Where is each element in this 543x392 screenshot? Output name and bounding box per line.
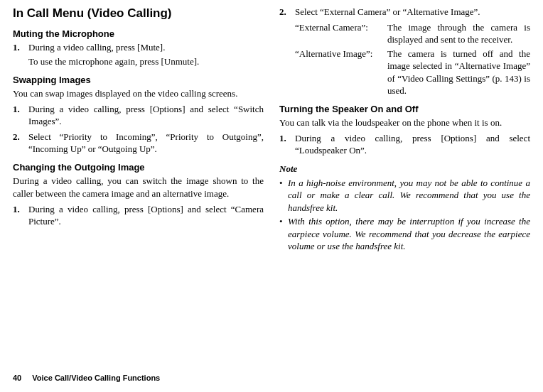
left-column: In Call Menu (Video Calling) Muting the …	[13, 6, 264, 254]
step-text: During a video calling, press [Options] …	[28, 104, 264, 127]
definition-desc: The camera is turned off and the image s…	[387, 48, 530, 97]
muting-steps: 1. During a video calling, press [Mute].…	[13, 41, 264, 67]
outgoing-steps: 1. During a video calling, press [Option…	[13, 203, 264, 228]
note-item: With this option, there may be interrupt…	[279, 215, 530, 253]
step-text: Select “External Camera” or “Alternative…	[295, 6, 480, 17]
swapping-step-1: 1. During a video calling, press [Option…	[13, 103, 264, 128]
muting-step-1: 1. During a video calling, press [Mute].…	[13, 41, 264, 67]
select-step-2: 2. Select “External Camera” or “Alternat…	[279, 6, 530, 18]
step-subtext: To use the microphone again, press [Unmu…	[28, 55, 264, 68]
speaker-step-1: 1. During a video calling, press [Option…	[279, 132, 530, 157]
page-title: In Call Menu (Video Calling)	[13, 6, 264, 22]
step-marker: 1.	[13, 203, 20, 216]
page-content: In Call Menu (Video Calling) Muting the …	[0, 0, 543, 261]
definition-term: “Alternative Image”:	[295, 48, 387, 60]
step-text: Select “Priority to Incoming”, “Priority…	[28, 131, 264, 155]
swapping-heading: Swapping Images	[13, 74, 264, 87]
step-text: During a video calling, press [Options] …	[28, 204, 264, 227]
note-item: In a high-noise environment, you may not…	[279, 177, 530, 214]
swapping-intro: You can swap images displayed on the vid…	[13, 87, 264, 100]
definition-row: “Alternative Image”: The camera is turne…	[295, 48, 530, 97]
step-text: During a video calling, press [Options] …	[295, 133, 530, 156]
right-column: 2. Select “External Camera” or “Alternat…	[279, 6, 530, 254]
outgoing-intro: During a video calling, you can switch t…	[13, 175, 264, 200]
definition-desc: The image through the camera is displaye…	[387, 21, 530, 46]
step-marker: 1.	[13, 41, 20, 54]
muting-heading: Muting the Microphone	[13, 28, 264, 40]
swapping-step-2: 2. Select “Priority to Incoming”, “Prior…	[13, 131, 264, 156]
outgoing-heading: Changing the Outgoing Image	[13, 161, 264, 174]
page-number: 40	[13, 374, 21, 382]
definition-list: “External Camera”: The image through the…	[295, 21, 530, 97]
footer-chapter: Voice Call/Video Calling Functions	[32, 374, 160, 382]
step-marker: 2.	[279, 6, 286, 18]
step-marker: 2.	[13, 131, 20, 143]
definition-row: “External Camera”: The image through the…	[295, 21, 530, 46]
note-list: In a high-noise environment, you may not…	[279, 177, 530, 253]
select-steps: 2. Select “External Camera” or “Alternat…	[279, 6, 530, 18]
speaker-heading: Turning the Speaker On and Off	[279, 103, 530, 116]
outgoing-step-1: 1. During a video calling, press [Option…	[13, 203, 264, 228]
speaker-steps: 1. During a video calling, press [Option…	[279, 132, 530, 157]
step-text: During a video calling, press [Mute].	[28, 42, 165, 53]
step-marker: 1.	[13, 103, 20, 116]
swapping-steps: 1. During a video calling, press [Option…	[13, 103, 264, 156]
definition-term: “External Camera”:	[295, 21, 387, 34]
page-footer: 40 Voice Call/Video Calling Functions	[13, 373, 160, 383]
speaker-intro: You can talk via the loudspeaker on the …	[279, 116, 530, 129]
note-heading: Note	[279, 163, 530, 175]
step-marker: 1.	[279, 132, 286, 145]
